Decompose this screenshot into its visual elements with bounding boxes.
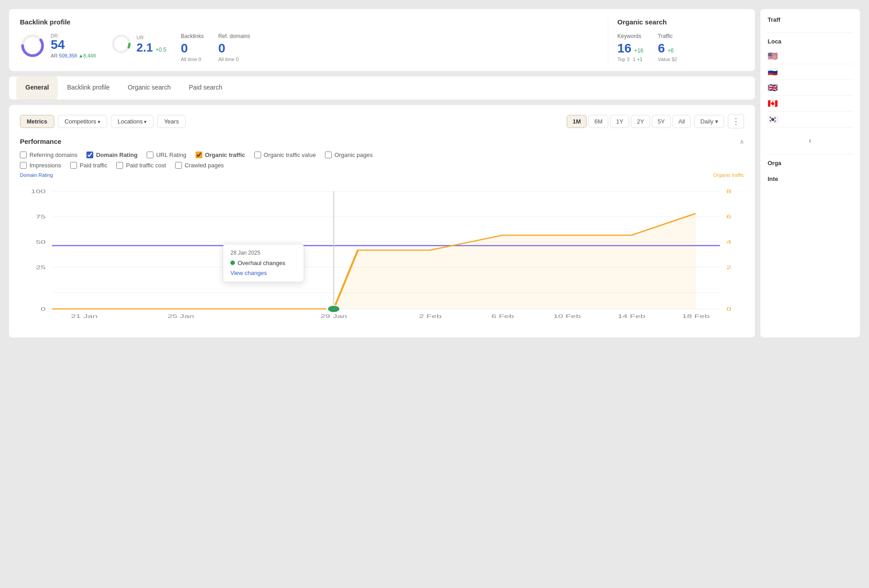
keywords-sub: Top 3 1 +1 — [617, 57, 644, 62]
svg-text:2: 2 — [726, 265, 731, 270]
checkbox-domain-rating-input[interactable] — [86, 152, 93, 158]
location-title: Loca — [768, 38, 853, 45]
tab-general[interactable]: General — [16, 76, 58, 100]
axis-left-label: Domain Rating — [20, 172, 53, 178]
sidebar-divider-2 — [768, 154, 853, 154]
checkbox-impressions[interactable]: Impressions — [20, 162, 61, 169]
keywords-value: 16 — [617, 41, 631, 56]
ar-line: AR 509,358 ▲8,448 — [51, 53, 96, 58]
organic-search-section: Organic search Keywords 16 +16 Top 3 1 +… — [617, 18, 744, 62]
svg-text:50: 50 — [36, 239, 46, 245]
time-all[interactable]: All — [673, 115, 691, 128]
checkboxes-row-2: Impressions Paid traffic Paid traffic co… — [20, 162, 744, 169]
traffic-value: 6 — [658, 41, 665, 56]
checkbox-impressions-input[interactable] — [20, 162, 27, 169]
time-1m[interactable]: 1M — [567, 115, 587, 128]
tooltip-event: Overhaul changes — [238, 260, 286, 266]
chart-toolbar: Metrics Competitors Locations Years 1M 6… — [20, 114, 744, 128]
checkbox-organic-traffic[interactable]: Organic traffic — [196, 152, 245, 158]
checkbox-url-rating[interactable]: URL Rating — [147, 152, 186, 158]
svg-marker-21 — [52, 213, 696, 309]
checkbox-organic-traffic-value-input[interactable] — [254, 152, 261, 158]
tab-organic-search[interactable]: Organic search — [119, 76, 180, 100]
keywords-change: +16 — [634, 47, 643, 54]
performance-title: Performance — [20, 138, 62, 145]
ref-domains-sub: All time 0 — [218, 57, 250, 62]
tooltip-date: 28 Jan 2025 — [230, 250, 296, 256]
traffic-label: Traffic — [658, 33, 678, 39]
ur-value: 2.1 — [137, 41, 153, 55]
checkbox-organic-pages-input[interactable] — [325, 152, 332, 158]
checkbox-url-rating-input[interactable] — [147, 152, 153, 158]
checkbox-paid-traffic-input[interactable] — [70, 162, 77, 169]
right-sidebar: Traff Loca 🇺🇸 🇷🇺 🇬🇧 🇨🇦 🇰🇷 ‹ Orga — [760, 9, 860, 337]
traffic-title: Traff — [768, 16, 853, 23]
chevron-up-icon[interactable]: ∧ — [740, 138, 744, 145]
backlinks-value: 0 — [181, 41, 204, 56]
ar-value[interactable]: 509,358 — [59, 53, 77, 58]
ar-change: ▲8,448 — [78, 53, 95, 58]
tooltip-dot — [230, 261, 235, 265]
svg-text:4: 4 — [726, 239, 731, 245]
tooltip-link[interactable]: View changes — [230, 270, 267, 276]
checkbox-crawled-pages[interactable]: Crawled pages — [175, 162, 224, 169]
axis-right-label: Organic traffic — [713, 172, 744, 178]
dr-info: DR 54 AR 509,358 ▲8,448 — [51, 33, 96, 58]
time-2y[interactable]: 2Y — [631, 115, 650, 128]
svg-point-23 — [327, 305, 340, 313]
time-5y[interactable]: 5Y — [652, 115, 671, 128]
traffic-metric: Traffic 6 +6 Value $2 — [658, 33, 678, 62]
organic-label-section: Orga — [768, 160, 853, 170]
location-item-ca: 🇨🇦 — [768, 96, 853, 112]
svg-text:8: 8 — [726, 189, 731, 194]
traffic-sub: Value $2 — [658, 57, 678, 62]
flag-kr: 🇰🇷 — [768, 114, 778, 124]
location-item-gb: 🇬🇧 — [768, 80, 853, 96]
metrics-button[interactable]: Metrics — [20, 115, 54, 128]
flag-ca: 🇨🇦 — [768, 99, 778, 109]
svg-point-2 — [113, 36, 129, 52]
back-arrow[interactable]: ‹ — [768, 133, 853, 148]
ur-label: UR — [137, 35, 144, 40]
checkbox-referring-domains-input[interactable] — [20, 152, 27, 158]
checkbox-domain-rating[interactable]: Domain Rating — [86, 152, 138, 158]
svg-text:18 Feb: 18 Feb — [682, 313, 710, 319]
keywords-label: Keywords — [617, 33, 644, 39]
location-section: Loca 🇺🇸 🇷🇺 🇬🇧 🇨🇦 🇰🇷 — [768, 38, 853, 128]
checkbox-paid-traffic-cost[interactable]: Paid traffic cost — [116, 162, 166, 169]
tab-paid-search[interactable]: Paid search — [180, 76, 231, 100]
years-button[interactable]: Years — [157, 115, 186, 128]
flag-gb: 🇬🇧 — [768, 83, 778, 93]
tab-backlink-profile[interactable]: Backlink profile — [58, 76, 119, 100]
checkbox-crawled-pages-input[interactable] — [175, 162, 182, 169]
backlink-left-section: Backlink profile DR 54 — [20, 18, 608, 62]
dr-circle — [20, 33, 45, 58]
tooltip-item: Overhaul changes — [230, 260, 296, 266]
checkbox-organic-traffic-value[interactable]: Organic traffic value — [254, 152, 316, 158]
time-1y[interactable]: 1Y — [610, 115, 629, 128]
backlinks-metric: Backlinks 0 All time 0 — [181, 33, 204, 62]
svg-text:14 Feb: 14 Feb — [618, 313, 645, 319]
svg-text:25 Jan: 25 Jan — [167, 313, 194, 319]
time-group: 1M 6M 1Y 2Y 5Y All — [567, 115, 691, 128]
inter-label: Inte — [768, 175, 853, 182]
checkbox-paid-traffic[interactable]: Paid traffic — [70, 162, 107, 169]
time-6m[interactable]: 6M — [588, 115, 608, 128]
competitors-button[interactable]: Competitors — [58, 115, 107, 128]
daily-button[interactable]: Daily ▾ — [694, 115, 724, 128]
location-item-kr: 🇰🇷 — [768, 112, 853, 128]
checkbox-organic-traffic-input[interactable] — [196, 152, 202, 158]
ur-info: UR 2.1 +0.5 — [137, 33, 167, 55]
checkbox-paid-traffic-cost-input[interactable] — [116, 162, 123, 169]
organic-title: Organic search — [617, 18, 744, 26]
checkbox-organic-pages[interactable]: Organic pages — [325, 152, 373, 158]
traffic-section: Traff — [768, 16, 853, 27]
backlink-title: Backlink profile — [20, 18, 599, 26]
checkbox-referring-domains[interactable]: Referring domains — [20, 152, 77, 158]
svg-text:29 Jan: 29 Jan — [320, 313, 347, 319]
dr-value: 54 — [51, 38, 96, 51]
more-button[interactable]: ⋮ — [728, 114, 744, 128]
locations-button[interactable]: Locations — [111, 115, 154, 128]
svg-text:6 Feb: 6 Feb — [492, 313, 514, 319]
traffic-change: +6 — [668, 47, 674, 54]
